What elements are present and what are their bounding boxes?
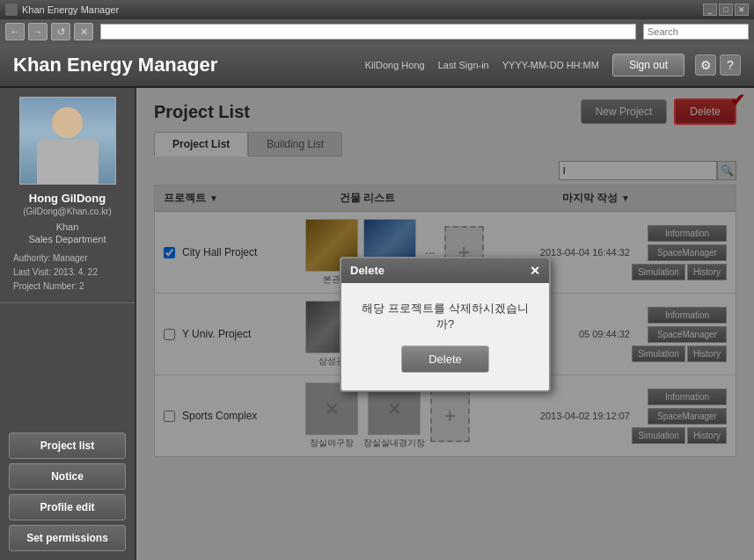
user-name: KilDong Hong	[365, 60, 425, 70]
app-header: Khan Energy Manager KilDong Hong Last Si…	[0, 44, 754, 88]
user-info: KilDong Hong Last Sign-in YYYY-MM-DD HH:…	[365, 60, 599, 70]
sidebar-item-notice[interactable]: Notice	[9, 463, 126, 490]
modal-overlay: Delete ✕ 해당 프로젝트를 삭제하시겠습니까? Delete	[136, 88, 754, 560]
avatar	[19, 97, 116, 185]
help-icon[interactable]: ?	[720, 55, 741, 76]
person-head	[52, 107, 83, 138]
maximize-btn[interactable]: □	[719, 4, 733, 16]
person-image	[20, 98, 115, 184]
settings-icon[interactable]: ⚙	[695, 55, 716, 76]
modal-delete-button[interactable]: Delete	[401, 345, 489, 373]
profile-name: Hong GilDong	[9, 192, 126, 205]
sidebar-item-profile-edit[interactable]: Profile edit	[9, 494, 126, 520]
last-visit-info: Last Visit: 2013. 4. 22	[13, 265, 121, 280]
date-time: YYYY-MM-DD HH:MM	[502, 60, 599, 70]
sidebar-nav: Project list Notice Profile edit Set per…	[0, 303, 135, 560]
content-area: Project List New Project Delete ✔ Projec…	[136, 88, 754, 560]
minimize-btn[interactable]: _	[703, 4, 717, 16]
forward-btn[interactable]: →	[28, 23, 48, 40]
address-bar[interactable]	[100, 24, 636, 40]
person-body	[37, 140, 99, 184]
title-bar: Khan Energy Manager _ □ ✕	[0, 0, 754, 19]
sign-out-button[interactable]: Sign out	[612, 54, 684, 76]
refresh-btn[interactable]: ↺	[51, 23, 70, 40]
modal-close-btn[interactable]: ✕	[530, 264, 540, 278]
modal-title: Delete	[350, 264, 384, 277]
authority-info: Authority: Manager	[13, 251, 121, 265]
sidebar-profile: Hong GilDong (GilDong@Khan.co.kr) Khan S…	[0, 88, 135, 303]
app-title: Khan Energy Manager	[13, 54, 365, 76]
delete-modal: Delete ✕ 해당 프로젝트를 삭제하시겠습니까? Delete	[340, 257, 551, 392]
main-layout: Hong GilDong (GilDong@Khan.co.kr) Khan S…	[0, 88, 754, 560]
modal-body: 해당 프로젝트를 삭제하시겠습니까? Delete	[341, 283, 549, 390]
sidebar-item-set-permissions[interactable]: Set permissions	[9, 525, 126, 551]
sidebar: Hong GilDong (GilDong@Khan.co.kr) Khan S…	[0, 88, 136, 560]
nav-search-input[interactable]	[643, 24, 749, 40]
window-controls: _ □ ✕	[703, 4, 749, 16]
stop-btn[interactable]: ✕	[74, 23, 93, 40]
profile-dept: Sales Department	[9, 234, 126, 244]
close-btn[interactable]: ✕	[735, 4, 749, 16]
profile-org: Khan	[9, 222, 126, 232]
modal-header: Delete ✕	[341, 258, 549, 283]
modal-message: 해당 프로젝트를 삭제하시겠습니까?	[359, 301, 531, 332]
project-number-info: Project Number: 2	[13, 280, 121, 294]
back-btn[interactable]: ←	[5, 23, 25, 40]
app-icon	[5, 4, 18, 16]
title-bar-title: Khan Energy Manager	[22, 4, 703, 15]
profile-email: (GilDong@Khan.co.kr)	[9, 207, 126, 216]
last-sign-in-label: Last Sign-in	[438, 60, 489, 70]
profile-info: Authority: Manager Last Visit: 2013. 4. …	[9, 251, 126, 294]
sidebar-item-project-list[interactable]: Project list	[9, 433, 126, 459]
nav-bar: ← → ↺ ✕	[0, 19, 754, 44]
